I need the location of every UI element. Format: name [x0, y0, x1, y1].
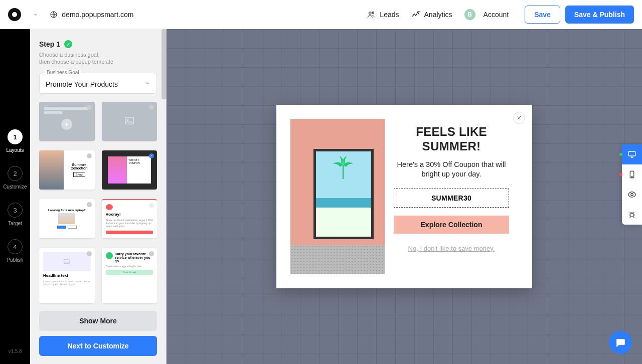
canvas[interactable]: FEELS LIKESUMMER! Here's a 30% Off Coupo…	[167, 29, 642, 364]
svg-rect-6	[628, 151, 635, 156]
panel-step-desc: Choose a business goal,then choose a pop…	[39, 51, 157, 66]
template-carry-service[interactable]: Carry your favorite service wherever you…	[102, 248, 157, 303]
close-icon	[517, 115, 522, 120]
device-mobile-button[interactable]	[622, 164, 642, 185]
rail-step-number: 4	[8, 239, 23, 254]
bug-icon	[627, 210, 636, 219]
popup-image	[290, 119, 385, 274]
debug-button[interactable]	[622, 205, 642, 225]
app-version: v1.5.8	[8, 348, 22, 354]
rail-step-number: 3	[8, 203, 23, 218]
chat-fab[interactable]	[609, 331, 632, 354]
status-dot-red	[619, 173, 622, 176]
left-rail: 1 Layouts 2 Customize 3 Target 4 Publish…	[0, 29, 30, 364]
avatar: B	[464, 9, 475, 20]
svg-point-9	[631, 194, 633, 196]
panel-step-title: Step 1	[39, 40, 60, 48]
topbar: - demo.popupsmart.com Leads Analytics B …	[0, 0, 642, 29]
svg-point-10	[630, 213, 634, 217]
rail-step-label: Customize	[3, 184, 27, 190]
svg-point-1	[369, 12, 372, 14]
analytics-label: Analytics	[424, 11, 452, 19]
svg-point-2	[372, 12, 374, 13]
image-icon	[122, 116, 136, 127]
panel-scrollbar[interactable]	[162, 29, 167, 99]
business-goal-select[interactable]: Business Goal Promote Your Products	[39, 73, 157, 94]
rail-step-label: Layouts	[6, 147, 24, 153]
check-icon: ✓	[64, 40, 72, 48]
mobile-icon	[627, 170, 636, 179]
eye-icon	[627, 190, 636, 199]
svg-point-8	[631, 176, 632, 177]
device-desktop-button[interactable]	[622, 144, 642, 164]
template-coupon-selected[interactable]: ✓ %10 OFF COUPON	[102, 150, 157, 190]
popup-title: FEELS LIKESUMMER!	[416, 125, 487, 154]
leads-icon	[367, 10, 376, 19]
account-link[interactable]: B Account	[464, 9, 509, 20]
popup-cta-button[interactable]: Explore Collection	[394, 216, 509, 234]
status-dot-green	[619, 153, 622, 156]
business-goal-label: Business Goal	[45, 70, 81, 75]
analytics-link[interactable]: Analytics	[411, 10, 452, 19]
chevron-down-icon	[144, 80, 150, 86]
desktop-icon	[627, 150, 636, 159]
rail-step-target[interactable]: 3 Target	[8, 203, 23, 226]
device-toolbar	[622, 144, 642, 225]
rail-step-customize[interactable]: 2 Customize	[3, 166, 27, 190]
template-headline[interactable]: Headline textLorem ipsum dolor sit amet,…	[39, 248, 95, 303]
play-icon: ▶	[61, 119, 72, 130]
globe-icon	[50, 11, 58, 19]
popup-coupon-code[interactable]: SUMMER30	[394, 189, 509, 208]
rail-step-number: 1	[8, 129, 23, 144]
site-url[interactable]: demo.popupsmart.com	[62, 11, 133, 19]
popup-preview: FEELS LIKESUMMER! Here's a 30% Off Coupo…	[276, 105, 532, 288]
layout-panel: Step 1 ✓ Choose a business goal,then cho…	[30, 29, 167, 364]
business-goal-value: Promote Your Products	[46, 80, 150, 88]
rail-step-publish[interactable]: 4 Publish	[7, 239, 24, 263]
template-summer-collection[interactable]: Summer CollectionShop	[39, 150, 95, 190]
rail-step-number: 2	[8, 166, 23, 181]
rail-step-label: Target	[8, 221, 22, 226]
popup-description: Here's a 30% Off Coupon that will bright…	[394, 160, 509, 179]
template-video[interactable]: ▶	[39, 102, 95, 141]
leads-label: Leads	[380, 11, 399, 19]
template-hooray[interactable]: Hooray!Share our launch celebration, enj…	[102, 199, 157, 238]
account-label: Account	[484, 11, 509, 19]
preview-button[interactable]	[622, 185, 642, 205]
popup-decline-link[interactable]: No, I don't like to save money.	[408, 245, 495, 252]
image-icon	[62, 258, 71, 265]
popup-close-button[interactable]	[513, 112, 525, 124]
leads-link[interactable]: Leads	[367, 10, 399, 19]
selected-check-icon: ✓	[149, 153, 154, 158]
palm-icon	[331, 155, 356, 180]
template-laptop[interactable]: Looking for a new laptop?	[39, 199, 95, 238]
rail-step-layouts[interactable]: 1 Layouts	[6, 129, 24, 153]
analytics-icon	[411, 10, 420, 19]
show-more-button[interactable]: Show More	[39, 311, 157, 331]
save-publish-button[interactable]: Save & Publish	[565, 6, 634, 24]
template-grid: ▶ Summer CollectionShop ✓ %10 OFF COUPON…	[39, 102, 157, 306]
rail-step-label: Publish	[7, 257, 24, 263]
campaign-name-placeholder: -	[34, 10, 37, 19]
template-image[interactable]	[102, 102, 157, 141]
brand-logo[interactable]	[8, 8, 21, 21]
chat-icon	[615, 337, 626, 348]
next-to-customize-button[interactable]: Next to Customize	[39, 336, 157, 356]
save-button[interactable]: Save	[525, 6, 560, 24]
